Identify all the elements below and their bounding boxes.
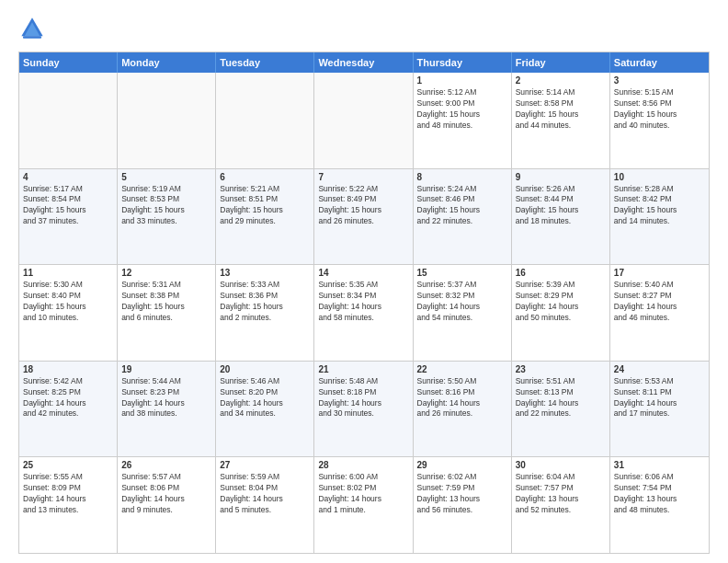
calendar-row: 4Sunrise: 5:17 AM Sunset: 8:54 PM Daylig… xyxy=(19,168,709,265)
day-number: 31 xyxy=(614,460,705,470)
calendar-row: 18Sunrise: 5:42 AM Sunset: 8:25 PM Dayli… xyxy=(19,361,709,457)
day-content: Sunrise: 6:00 AM Sunset: 8:02 PM Dayligh… xyxy=(318,472,408,516)
calendar-cell: 24Sunrise: 5:53 AM Sunset: 8:11 PM Dayli… xyxy=(610,362,709,457)
day-content: Sunrise: 5:59 AM Sunset: 8:04 PM Dayligh… xyxy=(220,472,310,516)
page: SundayMondayTuesdayWednesdayThursdayFrid… xyxy=(0,0,728,563)
day-content: Sunrise: 6:04 AM Sunset: 7:57 PM Dayligh… xyxy=(516,472,606,516)
calendar-cell: 6Sunrise: 5:21 AM Sunset: 8:51 PM Daylig… xyxy=(216,169,314,265)
calendar-cell: 22Sunrise: 5:50 AM Sunset: 8:16 PM Dayli… xyxy=(414,362,512,457)
day-content: Sunrise: 5:50 AM Sunset: 8:16 PM Dayligh… xyxy=(417,376,507,420)
day-content: Sunrise: 5:30 AM Sunset: 8:40 PM Dayligh… xyxy=(23,280,113,324)
calendar-cell: 12Sunrise: 5:31 AM Sunset: 8:38 PM Dayli… xyxy=(118,265,216,361)
calendar-cell: 23Sunrise: 5:51 AM Sunset: 8:13 PM Dayli… xyxy=(512,362,610,457)
day-content: Sunrise: 5:37 AM Sunset: 8:32 PM Dayligh… xyxy=(417,280,507,324)
calendar-cell: 14Sunrise: 5:35 AM Sunset: 8:34 PM Dayli… xyxy=(314,265,413,361)
calendar-cell: 28Sunrise: 6:00 AM Sunset: 8:02 PM Dayli… xyxy=(314,457,413,553)
day-number: 16 xyxy=(516,268,606,278)
svg-rect-2 xyxy=(23,36,41,39)
day-content: Sunrise: 5:28 AM Sunset: 8:42 PM Dayligh… xyxy=(614,184,705,228)
logo-icon xyxy=(18,15,46,42)
calendar-day-header: Saturday xyxy=(610,52,709,73)
calendar-cell: 15Sunrise: 5:37 AM Sunset: 8:32 PM Dayli… xyxy=(414,265,512,361)
calendar-row: 25Sunrise: 5:55 AM Sunset: 8:09 PM Dayli… xyxy=(19,456,709,553)
day-number: 26 xyxy=(121,460,211,470)
calendar-cell: 19Sunrise: 5:44 AM Sunset: 8:23 PM Dayli… xyxy=(118,362,216,457)
day-number: 10 xyxy=(614,172,705,182)
day-content: Sunrise: 5:17 AM Sunset: 8:54 PM Dayligh… xyxy=(23,184,113,228)
day-content: Sunrise: 5:51 AM Sunset: 8:13 PM Dayligh… xyxy=(516,376,606,420)
day-content: Sunrise: 5:40 AM Sunset: 8:27 PM Dayligh… xyxy=(614,280,705,324)
calendar-cell: 17Sunrise: 5:40 AM Sunset: 8:27 PM Dayli… xyxy=(610,265,709,361)
day-number: 3 xyxy=(614,75,705,86)
calendar-day-header: Wednesday xyxy=(314,52,413,73)
day-content: Sunrise: 5:39 AM Sunset: 8:29 PM Dayligh… xyxy=(516,280,606,324)
day-number: 30 xyxy=(516,460,606,470)
day-content: Sunrise: 5:53 AM Sunset: 8:11 PM Dayligh… xyxy=(614,376,705,420)
calendar-day-header: Tuesday xyxy=(216,52,314,73)
calendar-cell: 29Sunrise: 6:02 AM Sunset: 7:59 PM Dayli… xyxy=(414,457,512,553)
day-content: Sunrise: 5:12 AM Sunset: 9:00 PM Dayligh… xyxy=(417,87,507,132)
day-number: 18 xyxy=(23,364,113,374)
day-number: 12 xyxy=(121,268,211,278)
calendar-cell xyxy=(216,73,314,168)
calendar-cell: 9Sunrise: 5:26 AM Sunset: 8:44 PM Daylig… xyxy=(512,169,610,265)
calendar-day-header: Friday xyxy=(512,52,610,73)
day-content: Sunrise: 5:24 AM Sunset: 8:46 PM Dayligh… xyxy=(417,184,507,228)
calendar-cell: 3Sunrise: 5:15 AM Sunset: 8:56 PM Daylig… xyxy=(610,73,709,168)
calendar-cell: 2Sunrise: 5:14 AM Sunset: 8:58 PM Daylig… xyxy=(512,73,610,168)
day-content: Sunrise: 5:33 AM Sunset: 8:36 PM Dayligh… xyxy=(220,280,310,324)
day-content: Sunrise: 5:26 AM Sunset: 8:44 PM Dayligh… xyxy=(516,184,606,228)
day-number: 20 xyxy=(220,364,310,374)
calendar-cell: 21Sunrise: 5:48 AM Sunset: 8:18 PM Dayli… xyxy=(314,362,413,457)
logo xyxy=(18,15,50,42)
day-number: 14 xyxy=(318,268,408,278)
calendar-cell: 18Sunrise: 5:42 AM Sunset: 8:25 PM Dayli… xyxy=(19,362,118,457)
day-content: Sunrise: 5:22 AM Sunset: 8:49 PM Dayligh… xyxy=(318,184,408,228)
calendar-cell: 26Sunrise: 5:57 AM Sunset: 8:06 PM Dayli… xyxy=(118,457,216,553)
day-content: Sunrise: 6:06 AM Sunset: 7:54 PM Dayligh… xyxy=(614,472,705,516)
day-number: 23 xyxy=(516,364,606,374)
calendar-cell xyxy=(314,73,413,168)
calendar-cell: 27Sunrise: 5:59 AM Sunset: 8:04 PM Dayli… xyxy=(216,457,314,553)
day-number: 27 xyxy=(220,460,310,470)
day-number: 7 xyxy=(318,172,408,182)
day-number: 19 xyxy=(121,364,211,374)
day-content: Sunrise: 5:44 AM Sunset: 8:23 PM Dayligh… xyxy=(121,376,211,420)
calendar-cell: 13Sunrise: 5:33 AM Sunset: 8:36 PM Dayli… xyxy=(216,265,314,361)
day-content: Sunrise: 5:14 AM Sunset: 8:58 PM Dayligh… xyxy=(516,87,606,132)
day-content: Sunrise: 5:48 AM Sunset: 8:18 PM Dayligh… xyxy=(318,376,408,420)
header xyxy=(18,15,710,42)
calendar-cell: 8Sunrise: 5:24 AM Sunset: 8:46 PM Daylig… xyxy=(414,169,512,265)
day-number: 8 xyxy=(417,172,507,182)
calendar-cell: 10Sunrise: 5:28 AM Sunset: 8:42 PM Dayli… xyxy=(610,169,709,265)
day-content: Sunrise: 5:42 AM Sunset: 8:25 PM Dayligh… xyxy=(23,376,113,420)
day-number: 29 xyxy=(417,460,507,470)
day-content: Sunrise: 5:57 AM Sunset: 8:06 PM Dayligh… xyxy=(121,472,211,516)
calendar-cell xyxy=(118,73,216,168)
calendar-day-header: Thursday xyxy=(414,52,512,73)
calendar-cell: 16Sunrise: 5:39 AM Sunset: 8:29 PM Dayli… xyxy=(512,265,610,361)
calendar-cell: 5Sunrise: 5:19 AM Sunset: 8:53 PM Daylig… xyxy=(118,169,216,265)
day-number: 9 xyxy=(516,172,606,182)
day-content: Sunrise: 5:31 AM Sunset: 8:38 PM Dayligh… xyxy=(121,280,211,324)
day-number: 5 xyxy=(121,172,211,182)
calendar-cell xyxy=(19,73,118,168)
day-number: 1 xyxy=(417,75,507,86)
calendar-cell: 1Sunrise: 5:12 AM Sunset: 9:00 PM Daylig… xyxy=(414,73,512,168)
day-number: 15 xyxy=(417,268,507,278)
calendar-row: 1Sunrise: 5:12 AM Sunset: 9:00 PM Daylig… xyxy=(19,73,709,168)
calendar-cell: 31Sunrise: 6:06 AM Sunset: 7:54 PM Dayli… xyxy=(610,457,709,553)
calendar-cell: 11Sunrise: 5:30 AM Sunset: 8:40 PM Dayli… xyxy=(19,265,118,361)
day-content: Sunrise: 5:35 AM Sunset: 8:34 PM Dayligh… xyxy=(318,280,408,324)
day-number: 24 xyxy=(614,364,705,374)
calendar-cell: 30Sunrise: 6:04 AM Sunset: 7:57 PM Dayli… xyxy=(512,457,610,553)
day-content: Sunrise: 5:15 AM Sunset: 8:56 PM Dayligh… xyxy=(614,87,705,132)
calendar-cell: 4Sunrise: 5:17 AM Sunset: 8:54 PM Daylig… xyxy=(19,169,118,265)
day-number: 4 xyxy=(23,172,113,182)
day-number: 11 xyxy=(23,268,113,278)
calendar: SundayMondayTuesdayWednesdayThursdayFrid… xyxy=(18,52,710,554)
day-number: 25 xyxy=(23,460,113,470)
calendar-row: 11Sunrise: 5:30 AM Sunset: 8:40 PM Dayli… xyxy=(19,264,709,361)
day-number: 17 xyxy=(614,268,705,278)
day-number: 13 xyxy=(220,268,310,278)
